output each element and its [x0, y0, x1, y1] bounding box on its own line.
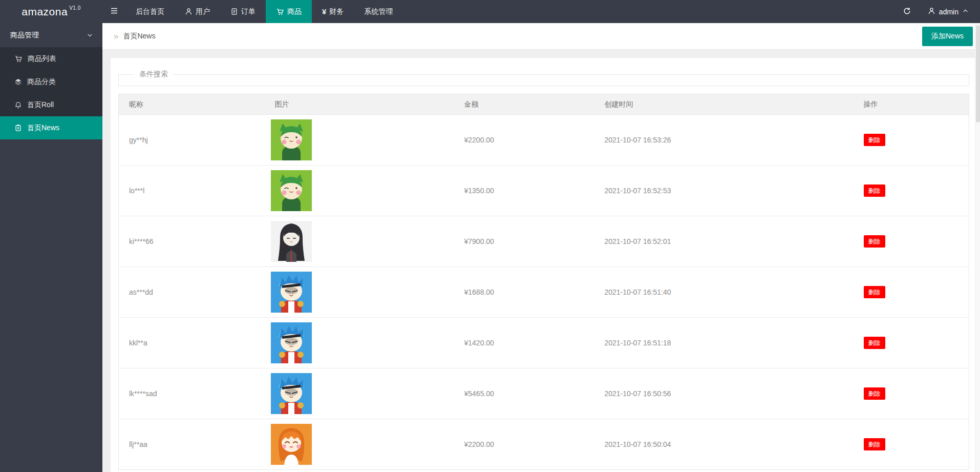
table-header-row: 昵称图片金额创建时间操作 — [119, 94, 969, 115]
amount-text: ¥5465.00 — [464, 389, 494, 398]
orange-girl-avatar — [271, 424, 312, 465]
sidebar-item-首页Roll[interactable]: 首页Roll — [0, 93, 102, 116]
column-header: 金额 — [454, 94, 594, 115]
news-table: 昵称图片金额创建时间操作 gy**hj ¥2200.00 2021-10-07 … — [118, 94, 969, 470]
sidebar-group-label: 商品管理 — [10, 31, 87, 40]
table-row: as***dd ¥1688.00 2021-10-07 16:51:40 删除 — [119, 267, 969, 318]
topnav-item-商品[interactable]: 商品 — [266, 0, 312, 23]
table-row: lo***l ¥1350.00 2021-10-07 16:52:53 删除 — [119, 166, 969, 216]
created-time-text: 2021-10-07 16:50:04 — [605, 440, 671, 448]
nickname-text: as***dd — [129, 288, 153, 296]
content-region: 条件搜索 昵称图片金额创建时间操作 gy**hj ¥2200.00 2021-1… — [102, 50, 980, 472]
top-header: amazonaV1.0 后台首页 用户 订单 商品 ¥ 财务 系统管理 admi… — [0, 0, 980, 23]
green-cat-avatar — [271, 170, 312, 211]
content-card: 条件搜索 昵称图片金额创建时间操作 gy**hj ¥2200.00 2021-1… — [111, 58, 977, 472]
delete-button[interactable]: 删除 — [864, 438, 885, 450]
created-time-text: 2021-10-07 16:50:56 — [605, 389, 671, 398]
username-text: admin — [939, 8, 958, 16]
amount-text: ¥1420.00 — [464, 339, 494, 347]
topnav-item-系统管理[interactable]: 系统管理 — [354, 0, 403, 23]
user-menu[interactable]: admin — [921, 0, 980, 23]
sidebar-item-首页News[interactable]: 首页News — [0, 116, 102, 139]
delete-button[interactable]: 删除 — [864, 337, 885, 349]
user-icon — [185, 8, 193, 15]
sidebar-item-商品分类[interactable]: 商品分类 — [0, 70, 102, 93]
amount-text: ¥2200.00 — [464, 440, 494, 448]
news-icon — [14, 124, 22, 132]
sidebar-item-商品列表[interactable]: 商品列表 — [0, 47, 102, 70]
nickname-text: kkl**a — [129, 339, 147, 347]
nickname-text: llj**aa — [129, 440, 147, 448]
delete-button[interactable]: 删除 — [864, 387, 885, 400]
main-area: » 首页News 添加News 条件搜索 昵称图片金额创建时间操作 gy**hj… — [102, 23, 980, 472]
green-cat-avatar — [271, 119, 312, 160]
refresh-icon — [903, 7, 911, 17]
table-row: ki****66 ¥7900.00 2021-10-07 16:52:01 删除 — [119, 216, 969, 267]
logo-text: amazona — [22, 6, 68, 18]
chevron-up-icon — [962, 8, 969, 16]
created-time-text: 2021-10-07 16:51:18 — [605, 339, 671, 347]
scrollbar-thumb[interactable] — [976, 25, 980, 122]
breadcrumb: 首页News — [123, 32, 155, 41]
layers-icon — [14, 78, 22, 86]
logo-version: V1.0 — [69, 5, 81, 11]
header-actions: admin — [894, 0, 980, 23]
search-filter-legend: 条件搜索 — [134, 70, 173, 79]
created-time-text: 2021-10-07 16:52:53 — [605, 187, 671, 195]
top-navigation: 后台首页 用户 订单 商品 ¥ 财务 系统管理 — [125, 0, 403, 23]
table-row: kkl**a ¥1420.00 2021-10-07 16:51:18 删除 — [119, 318, 969, 368]
vertical-scrollbar[interactable] — [975, 23, 980, 472]
search-filter-panel: 条件搜索 — [118, 70, 969, 86]
table-row: llj**aa ¥2200.00 2021-10-07 16:50:04 删除 — [119, 419, 969, 470]
sidebar-group-goods[interactable]: 商品管理 — [0, 23, 102, 47]
nickname-text: gy**hj — [129, 136, 148, 144]
amount-text: ¥1688.00 — [464, 288, 494, 296]
yen-icon: ¥ — [322, 8, 326, 15]
table-body: gy**hj ¥2200.00 2021-10-07 16:53:26 删除 l… — [119, 115, 969, 470]
order-icon — [230, 8, 238, 15]
sidebar-submenu: 商品列表 商品分类 首页Roll 首页News — [0, 47, 102, 139]
chevron-down-icon — [87, 32, 93, 38]
topnav-item-后台首页[interactable]: 后台首页 — [125, 0, 175, 23]
table-row: gy**hj ¥2200.00 2021-10-07 16:53:26 删除 — [119, 115, 969, 166]
delete-button[interactable]: 删除 — [864, 286, 885, 298]
collapse-menu-button[interactable] — [102, 0, 125, 23]
created-time-text: 2021-10-07 16:51:40 — [605, 288, 671, 296]
delete-button[interactable]: 删除 — [864, 134, 885, 146]
nickname-text: lk****sad — [129, 389, 157, 398]
breadcrumb-caret-icon: » — [114, 32, 118, 40]
topnav-item-用户[interactable]: 用户 — [175, 0, 220, 23]
dark-hair-avatar — [271, 221, 312, 262]
hamburger-icon — [110, 6, 119, 17]
topnav-item-财务[interactable]: ¥ 财务 — [312, 0, 354, 23]
delete-button[interactable]: 删除 — [864, 184, 885, 197]
created-time-text: 2021-10-07 16:53:26 — [605, 136, 671, 144]
cart-icon — [276, 8, 284, 16]
blue-cat-avatar — [271, 272, 312, 313]
column-header: 昵称 — [119, 94, 265, 115]
refresh-button[interactable] — [894, 0, 921, 23]
sidebar: 商品管理 商品列表 商品分类 首页Roll 首页News — [0, 23, 102, 472]
blue-cat-avatar — [271, 322, 312, 363]
app-logo: amazonaV1.0 — [0, 0, 102, 23]
amount-text: ¥7900.00 — [464, 237, 494, 245]
delete-button[interactable]: 删除 — [864, 235, 885, 248]
breadcrumb-bar: » 首页News 添加News — [102, 23, 980, 50]
amount-text: ¥2200.00 — [464, 136, 494, 144]
blue-cat-avatar — [271, 373, 312, 414]
amount-text: ¥1350.00 — [464, 187, 494, 195]
nickname-text: ki****66 — [129, 237, 153, 245]
bell-icon — [14, 101, 22, 109]
add-news-button[interactable]: 添加News — [922, 27, 973, 46]
cart-icon — [14, 55, 23, 63]
created-time-text: 2021-10-07 16:52:01 — [605, 237, 671, 245]
user-icon — [928, 7, 935, 16]
column-header: 图片 — [265, 94, 454, 115]
column-header: 创建时间 — [594, 94, 854, 115]
column-header: 操作 — [854, 94, 969, 115]
table-row: lk****sad ¥5465.00 2021-10-07 16:50:56 删… — [119, 368, 969, 419]
nickname-text: lo***l — [129, 187, 144, 195]
topnav-item-订单[interactable]: 订单 — [220, 0, 266, 23]
